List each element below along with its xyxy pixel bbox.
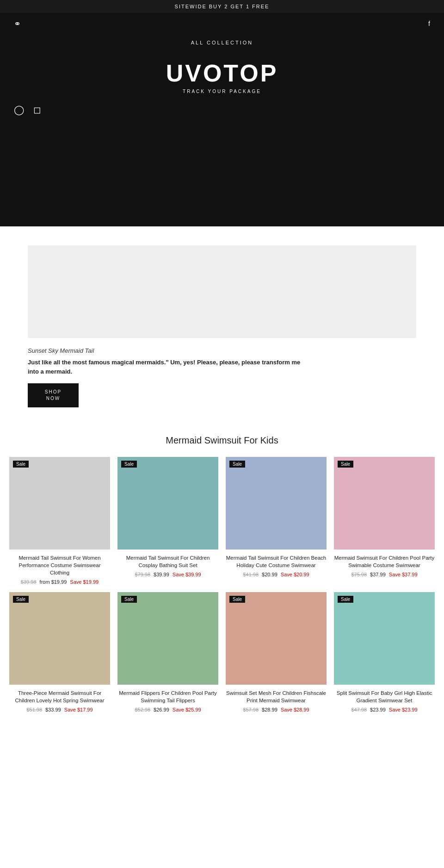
feature-image: [28, 245, 416, 338]
sale-price: $28.99: [262, 707, 278, 712]
original-price: $39.98: [21, 579, 37, 585]
sale-price: $20.99: [262, 572, 278, 577]
sale-price: $39.99: [154, 572, 169, 577]
original-price: $75.98: [351, 572, 367, 577]
product-prices: $41.98 $20.99 Save $20.99: [226, 572, 327, 577]
product-image: Sale: [334, 592, 435, 685]
save-price: Save $19.99: [70, 579, 99, 585]
product-image: Sale: [9, 592, 110, 685]
product-image: Sale: [226, 592, 327, 685]
product-prices: $39.98 from $19.99 Save $19.99: [9, 579, 110, 585]
sale-price: $26.99: [154, 707, 169, 712]
product-image: Sale: [334, 457, 435, 550]
original-price: $79.98: [135, 572, 150, 577]
original-price: $51.98: [26, 707, 42, 712]
tagline: TRACK YOUR PACKAGE: [14, 89, 430, 94]
header-top: ⚭ f: [14, 13, 430, 34]
products-grid-row2: Sale Three-Piece Mermaid Swimsuit For Ch…: [9, 592, 435, 712]
product-card[interactable]: Sale Split Swimsuit For Baby Girl High E…: [334, 592, 435, 712]
product-prices: $57.98 $28.99 Save $28.99: [226, 707, 327, 712]
product-prices: $79.98 $39.99 Save $39.99: [117, 572, 218, 577]
product-name: Three-Piece Mermaid Swimsuit For Childre…: [9, 689, 110, 704]
save-price: Save $39.99: [173, 572, 201, 577]
original-price: $47.98: [351, 707, 367, 712]
sale-price: $37.99: [370, 572, 386, 577]
header-nav: ALL COLLECTION: [14, 34, 430, 50]
header-actions: ◯ ◻: [14, 99, 430, 125]
original-price: $41.98: [243, 572, 259, 577]
sale-price: from $19.99: [40, 579, 67, 585]
sale-badge: Sale: [338, 461, 353, 468]
product-image: Sale: [9, 457, 110, 550]
save-price: Save $20.99: [281, 572, 309, 577]
sale-price: $23.99: [370, 707, 386, 712]
product-card[interactable]: Sale Swimsuit Set Mesh For Children Fish…: [226, 592, 327, 712]
feature-subtitle: Sunset Sky Mermaid Tail: [28, 347, 416, 354]
save-price: Save $23.99: [389, 707, 418, 712]
original-price: $52.98: [135, 707, 150, 712]
product-prices: $52.98 $26.99 Save $25.99: [117, 707, 218, 712]
sale-badge: Sale: [121, 596, 137, 603]
products-title: Mermaid Swimsuit For Kids: [9, 435, 435, 446]
product-name: Swimsuit Set Mesh For Children Fishscale…: [226, 689, 327, 704]
search-icon[interactable]: ⚭: [14, 19, 21, 29]
product-name: Mermaid Swimsuit For Children Pool Party…: [334, 554, 435, 569]
product-image: Sale: [117, 592, 218, 685]
save-price: Save $25.99: [173, 707, 201, 712]
product-name: Mermaid Tail Swimsuit For Women Performa…: [9, 554, 110, 576]
cart-icon[interactable]: ◻: [33, 104, 41, 115]
product-name: Mermaid Tail Swimsuit For Children Cospl…: [117, 554, 218, 569]
original-price: $57.98: [243, 707, 259, 712]
top-banner: SITEWIDE BUY 2 GET 1 FREE: [0, 0, 444, 13]
facebook-icon[interactable]: f: [428, 20, 430, 27]
product-name: Split Swimsuit For Baby Girl High Elasti…: [334, 689, 435, 704]
account-icon[interactable]: ◯: [14, 104, 24, 115]
product-card[interactable]: Sale Three-Piece Mermaid Swimsuit For Ch…: [9, 592, 110, 712]
products-grid-row1: Sale Mermaid Tail Swimsuit For Women Per…: [9, 457, 435, 585]
product-image: Sale: [117, 457, 218, 550]
sale-price: $33.99: [45, 707, 61, 712]
save-price: Save $37.99: [389, 572, 418, 577]
sale-badge: Sale: [121, 461, 137, 468]
banner-text: SITEWIDE BUY 2 GET 1 FREE: [175, 4, 270, 9]
sale-badge: Sale: [229, 461, 245, 468]
product-prices: $75.98 $37.99 Save $37.99: [334, 572, 435, 577]
feature-section: Sunset Sky Mermaid Tail Just like all th…: [0, 227, 444, 421]
product-card[interactable]: Sale Mermaid Flippers For Children Pool …: [117, 592, 218, 712]
sale-badge: Sale: [229, 596, 245, 603]
product-card[interactable]: Sale Mermaid Tail Swimsuit For Women Per…: [9, 457, 110, 585]
sale-badge: Sale: [13, 596, 29, 603]
product-name: Mermaid Tail Swimsuit For Children Beach…: [226, 554, 327, 569]
logo: UVOTOP: [14, 59, 430, 87]
product-name: Mermaid Flippers For Children Pool Party…: [117, 689, 218, 704]
product-prices: $47.98 $23.99 Save $23.99: [334, 707, 435, 712]
save-price: Save $28.99: [281, 707, 309, 712]
sale-badge: Sale: [13, 461, 29, 468]
product-image: Sale: [226, 457, 327, 550]
shop-now-button[interactable]: SHOP NOW: [28, 383, 79, 407]
feature-description: Just like all the most famous magical me…: [28, 358, 305, 376]
product-card[interactable]: Sale Mermaid Swimsuit For Children Pool …: [334, 457, 435, 585]
product-prices: $51.98 $33.99 Save $17.99: [9, 707, 110, 712]
sale-badge: Sale: [338, 596, 353, 603]
all-collection-link[interactable]: ALL COLLECTION: [191, 40, 253, 45]
products-section: Mermaid Swimsuit For Kids Sale Mermaid T…: [0, 421, 444, 734]
product-card[interactable]: Sale Mermaid Tail Swimsuit For Children …: [117, 457, 218, 585]
header: ⚭ f ALL COLLECTION UVOTOP TRACK YOUR PAC…: [0, 13, 444, 125]
hero-section: [0, 125, 444, 226]
header-logo-section: UVOTOP TRACK YOUR PACKAGE: [14, 50, 430, 99]
save-price: Save $17.99: [64, 707, 93, 712]
product-card[interactable]: Sale Mermaid Tail Swimsuit For Children …: [226, 457, 327, 585]
